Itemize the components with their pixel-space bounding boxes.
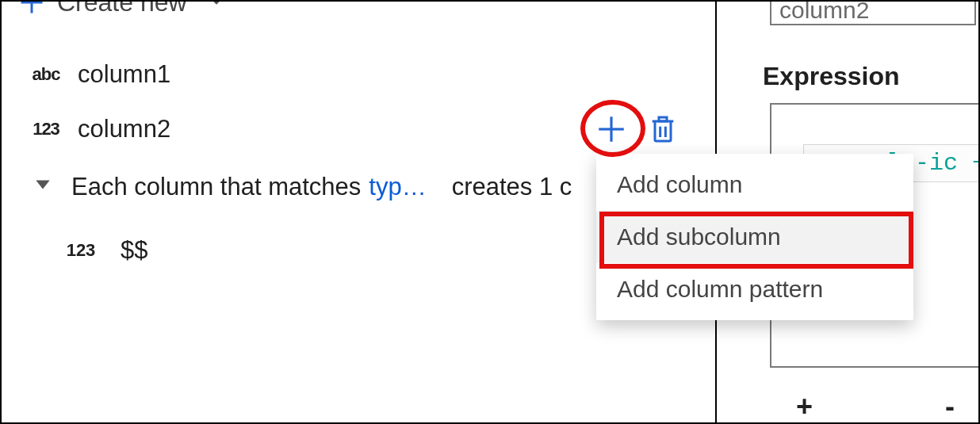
menu-item-add-column[interactable]: Add column xyxy=(596,159,913,211)
column-name-input[interactable]: column2 xyxy=(770,0,976,25)
row-actions xyxy=(595,113,679,146)
subcolumn-row[interactable]: 123 $$ xyxy=(60,236,147,265)
expression-ops: + - xyxy=(796,390,955,423)
column-row[interactable]: abc column1 xyxy=(25,60,170,89)
chevron-down-icon xyxy=(205,0,228,17)
type-badge-text: abc xyxy=(25,64,67,85)
match-text-suffix: creates 1 c xyxy=(452,173,572,201)
column-row[interactable]: 123 column2 xyxy=(25,115,170,143)
menu-item-add-column-pattern[interactable]: Add column pattern xyxy=(596,263,913,315)
column-name: column1 xyxy=(78,60,170,89)
svg-marker-7 xyxy=(36,181,49,189)
op-plus-button[interactable]: + xyxy=(796,390,813,423)
app-frame: Create new abc column1 123 column2 xyxy=(0,0,980,424)
menu-item-add-subcolumn[interactable]: Add subcolumn xyxy=(596,211,913,263)
type-badge-number: 123 xyxy=(25,119,67,139)
delete-icon[interactable] xyxy=(647,113,679,145)
add-menu: Add column Add subcolumn Add column patt… xyxy=(596,154,913,320)
create-new-label: Create new xyxy=(57,0,187,17)
op-minus-button[interactable]: - xyxy=(945,390,955,423)
left-pane: Create new abc column1 123 column2 xyxy=(2,2,715,422)
match-type-link[interactable]: typ… xyxy=(369,173,426,201)
create-new-button[interactable]: Create new xyxy=(17,0,228,17)
plus-icon xyxy=(17,0,46,17)
caret-down-icon xyxy=(27,173,59,201)
column-pattern-row[interactable]: Each column that matches typ… creates 1 … xyxy=(27,173,572,201)
column-name: column2 xyxy=(78,115,170,143)
subcolumn-name: $$ xyxy=(121,236,147,265)
match-text-prefix: Each column that matches xyxy=(71,173,361,201)
expression-heading: Expression xyxy=(763,62,900,91)
type-badge-number: 123 xyxy=(60,240,101,261)
add-icon[interactable] xyxy=(595,113,628,146)
